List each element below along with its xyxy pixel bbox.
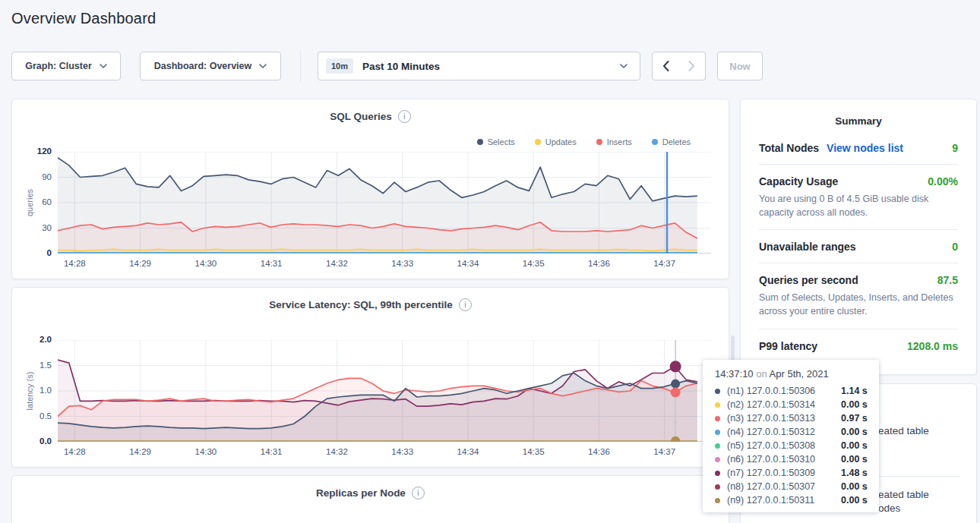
info-icon[interactable]: i	[398, 110, 411, 123]
y-axis-unit-label: latency (s)	[25, 372, 34, 411]
legend-item[interactable]: Selects	[477, 137, 515, 147]
legend-dot	[477, 139, 483, 145]
graph-dropdown[interactable]: Graph: Cluster	[11, 52, 121, 80]
x-axis-tick: 14:31	[250, 447, 292, 456]
chart-title: Service Latency: SQL, 99th percentile i	[12, 298, 729, 311]
summary-value: 87.5	[937, 274, 958, 286]
summary-desc: You are using 0 B of 4.5 GiB usable disk…	[759, 192, 958, 219]
y-axis-tick: 120	[12, 147, 52, 156]
y-axis-tick: 1.5	[12, 361, 52, 370]
info-icon[interactable]: i	[412, 487, 425, 499]
node-latency-value: 0.00 s	[841, 427, 868, 437]
node-latency-value: 0.00 s	[841, 495, 868, 506]
node-color-dot	[715, 484, 720, 490]
tooltip-row: (n6) 127.0.0.1:503100.00 s	[715, 452, 879, 466]
summary-card: Summary Total Nodes View nodes list 9 Ca…	[740, 99, 977, 375]
legend-item[interactable]: Deletes	[652, 137, 691, 147]
node-address: (n3) 127.0.0.1:50313	[727, 413, 841, 424]
hover-marker-dot	[671, 380, 680, 389]
chart-canvas	[58, 152, 711, 254]
tooltip-row: (n3) 127.0.0.1:503130.97 s	[715, 411, 879, 425]
node-latency-value: 0.00 s	[841, 454, 868, 465]
hover-marker-dot	[671, 388, 681, 398]
hover-tooltip: 14:37:10 on Apr 5th, 2021 (n1) 127.0.0.1…	[703, 360, 879, 512]
summary-value: 1208.0 ms	[907, 340, 958, 352]
y-axis-tick: 0	[12, 248, 52, 257]
legend-item[interactable]: Inserts	[596, 137, 632, 147]
x-axis-tick: 14:29	[119, 447, 162, 456]
event-text-fragment: eated table	[878, 489, 929, 500]
tooltip-row: (n2) 127.0.0.1:503140.00 s	[715, 398, 879, 411]
chart-title-text: Replicas per Node	[316, 487, 406, 499]
node-latency-value: 1.14 s	[841, 386, 868, 396]
chevron-right-icon	[688, 61, 695, 71]
tooltip-rows: (n1) 127.0.0.1:503061.14 s(n2) 127.0.0.1…	[715, 384, 879, 507]
legend-label: Inserts	[607, 137, 632, 147]
node-address: (n8) 127.0.0.1:50307	[727, 481, 841, 492]
node-color-dot	[715, 498, 720, 503]
y-axis-tick: 30	[12, 223, 52, 232]
node-address: (n6) 127.0.0.1:50310	[727, 454, 841, 465]
node-color-dot	[715, 430, 720, 435]
chevron-down-icon	[259, 64, 267, 68]
x-axis-tick: 14:28	[53, 447, 96, 456]
summary-row-total-nodes: Total Nodes View nodes list 9	[759, 131, 958, 165]
page-title: Overview Dashboard	[11, 10, 156, 27]
x-axis-tick: 14:32	[315, 259, 358, 268]
time-range-badge: 10m	[326, 58, 353, 74]
tooltip-timestamp: 14:37:10 on Apr 5th, 2021	[715, 368, 879, 380]
node-color-dot	[715, 443, 720, 449]
legend-item[interactable]: Updates	[535, 137, 577, 147]
chart-plot[interactable]	[58, 340, 711, 442]
x-axis-tick: 14:30	[185, 447, 227, 456]
x-axis-tick: 14:29	[119, 259, 162, 268]
summary-label: Total Nodes	[759, 142, 819, 154]
graph-dropdown-label: Graph: Cluster	[25, 61, 92, 71]
node-latency-value: 0.00 s	[841, 440, 868, 451]
chart-title-text: SQL Queries	[330, 111, 392, 122]
summary-body: Total Nodes View nodes list 9 Capacity U…	[741, 127, 976, 362]
time-range-picker[interactable]: 10m Past 10 Minutes	[318, 52, 640, 80]
legend-dot	[596, 139, 602, 145]
node-address: (n2) 127.0.0.1:50314	[727, 399, 841, 410]
x-axis-tick: 14:28	[53, 259, 96, 268]
summary-row-unavailable: Unavailable ranges 0	[759, 230, 958, 263]
node-address: (n9) 127.0.0.1:50311	[727, 495, 841, 506]
node-latency-value: 0.00 s	[841, 481, 868, 492]
x-axis-tick: 14:37	[643, 447, 686, 456]
summary-desc: Sum of Selects, Updates, Inserts, and De…	[759, 291, 958, 318]
tooltip-row: (n8) 127.0.0.1:503070.00 s	[715, 480, 879, 493]
view-nodes-link[interactable]: View nodes list	[827, 142, 903, 154]
node-color-dot	[715, 471, 720, 476]
summary-row-capacity: Capacity Usage 0.00% You are using 0 B o…	[759, 165, 958, 230]
chart-plot[interactable]	[58, 152, 711, 254]
x-axis-tick: 14:34	[447, 259, 489, 268]
y-axis-tick: 0.0	[12, 436, 52, 446]
summary-label: Queries per second	[759, 274, 858, 286]
node-color-dot	[715, 402, 720, 408]
info-icon[interactable]: i	[459, 298, 472, 311]
y-axis-tick: 2.0	[12, 335, 52, 344]
chart-canvas	[58, 340, 711, 442]
x-axis-tick: 14:35	[512, 447, 555, 456]
tooltip-on: on	[756, 368, 767, 380]
dashboard-dropdown-label: Dashboard: Overview	[154, 61, 252, 71]
summary-value: 0	[952, 241, 958, 253]
summary-label: Capacity Usage	[759, 175, 838, 187]
legend-label: Selects	[488, 137, 515, 147]
summary-value: 9	[952, 142, 958, 154]
dashboard-dropdown[interactable]: Dashboard: Overview	[140, 52, 281, 80]
chevron-down-icon	[620, 64, 628, 68]
event-text-fragment: eated table	[878, 425, 929, 436]
time-next-button[interactable]	[678, 52, 706, 80]
chart-title: Replicas per Node i	[12, 487, 729, 499]
node-latency-value: 0.97 s	[841, 413, 868, 424]
x-axis-tick: 14:36	[577, 447, 620, 456]
y-axis-tick: 0.5	[12, 411, 52, 421]
legend-dot	[535, 139, 541, 145]
now-button[interactable]: Now	[717, 52, 763, 80]
x-axis-tick: 14:33	[381, 259, 424, 268]
controls-divider	[300, 50, 301, 82]
time-prev-button[interactable]	[652, 52, 679, 80]
tooltip-row: (n9) 127.0.0.1:503110.00 s	[715, 493, 879, 507]
